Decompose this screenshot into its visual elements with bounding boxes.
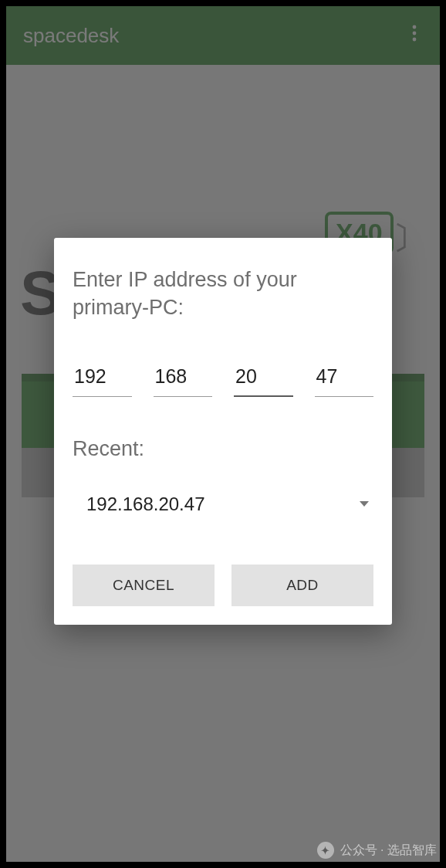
ip-entry-dialog: Enter IP address of your primary-PC: Rec… xyxy=(54,238,392,625)
ip-octet-1-input[interactable] xyxy=(73,361,132,397)
wechat-icon: ✦ xyxy=(317,842,334,859)
ip-octet-2-input[interactable] xyxy=(154,361,213,397)
dialog-title: Enter IP address of your primary-PC: xyxy=(73,266,373,322)
watermark-text: 公众号 · 选品智库 xyxy=(340,843,437,859)
dialog-button-row: CANCEL ADD xyxy=(73,565,373,606)
watermark: ✦ 公众号 · 选品智库 xyxy=(317,842,437,859)
recent-label: Recent: xyxy=(73,437,373,461)
ip-octet-4-input[interactable] xyxy=(315,361,374,397)
cancel-button[interactable]: CANCEL xyxy=(73,565,215,606)
recent-selected-value: 192.168.20.47 xyxy=(86,493,204,515)
ip-octet-3-input[interactable] xyxy=(234,361,293,397)
add-button[interactable]: ADD xyxy=(231,565,373,606)
recent-dropdown[interactable]: 192.168.20.47 xyxy=(73,489,373,520)
ip-input-row xyxy=(73,361,373,397)
app-frame: spacedesk X40 〕 S Enter IP address of yo… xyxy=(6,6,440,862)
chevron-down-icon xyxy=(360,501,369,507)
